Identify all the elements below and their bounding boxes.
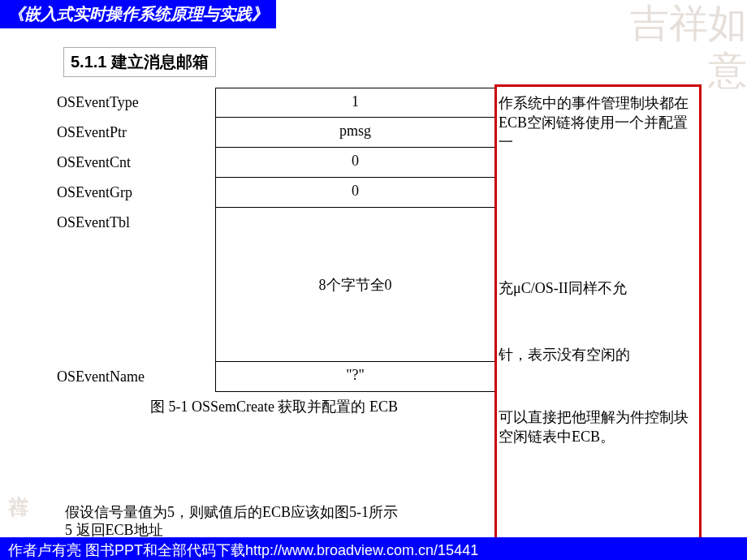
diagram-row: OSEventCnt 0 (53, 148, 495, 178)
side-paragraph-4: 可以直接把他理解为件控制块空闲链表中ECB。 (499, 407, 693, 446)
bottom-line-1: 假设信号量值为5，则赋值后的ECB应该如图5-1所示 (65, 503, 398, 521)
field-label: OSEventName (53, 362, 215, 392)
highlight-box (494, 84, 702, 547)
diagram-row: OSEventName "?" (53, 362, 495, 392)
field-value: "?" (215, 362, 495, 392)
diagram-row: OSEventTbl 8个字节全0 (53, 208, 495, 362)
field-label: OSEventCnt (53, 148, 215, 178)
footer-text: 作者卢有亮 图书PPT和全部代码下载http://www.broadview.c… (8, 542, 478, 558)
side-paragraph-1: 作系统中的事件管理制块都在ECB空闲链将使用一个并配置一 (499, 93, 689, 152)
field-value: 0 (215, 178, 495, 208)
side-paragraph-3: 针，表示没有空闲的 (499, 345, 693, 364)
ecb-diagram: OSEventType 1 OSEventPtr pmsg OSEventCnt… (53, 88, 495, 416)
field-label: OSEventGrp (53, 178, 215, 208)
bottom-line-2: 5 返回ECB地址 (65, 521, 398, 539)
field-label: OSEventType (53, 88, 215, 118)
field-value: 1 (215, 88, 495, 118)
diagram-row: OSEventPtr pmsg (53, 118, 495, 148)
slide-footer: 作者卢有亮 图书PPT和全部代码下载http://www.broadview.c… (0, 537, 747, 560)
field-value: 0 (215, 148, 495, 178)
bottom-text: 假设信号量值为5，则赋值后的ECB应该如图5-1所示 5 返回ECB地址 (65, 503, 398, 539)
section-title: 5.1.1 建立消息邮箱 (63, 47, 216, 77)
field-value: 8个字节全0 (215, 208, 495, 362)
slide-header: 《嵌入式实时操作系统原理与实践》 (0, 0, 276, 28)
diagram-caption: 图 5-1 OSSemCreate 获取并配置的 ECB (53, 392, 495, 416)
field-value: pmsg (215, 118, 495, 148)
diagram-row: OSEventType 1 (53, 88, 495, 118)
field-label: OSEventTbl (53, 208, 215, 362)
side-paragraph-2: 充μC/OS-II同样不允 (499, 278, 689, 298)
field-label: OSEventPtr (53, 118, 215, 148)
watermark-top-right: 吉祥如意 (601, 0, 747, 106)
diagram-row: OSEventGrp 0 (53, 178, 495, 208)
header-title: 《嵌入式实时操作系统原理与实践》 (8, 5, 268, 23)
